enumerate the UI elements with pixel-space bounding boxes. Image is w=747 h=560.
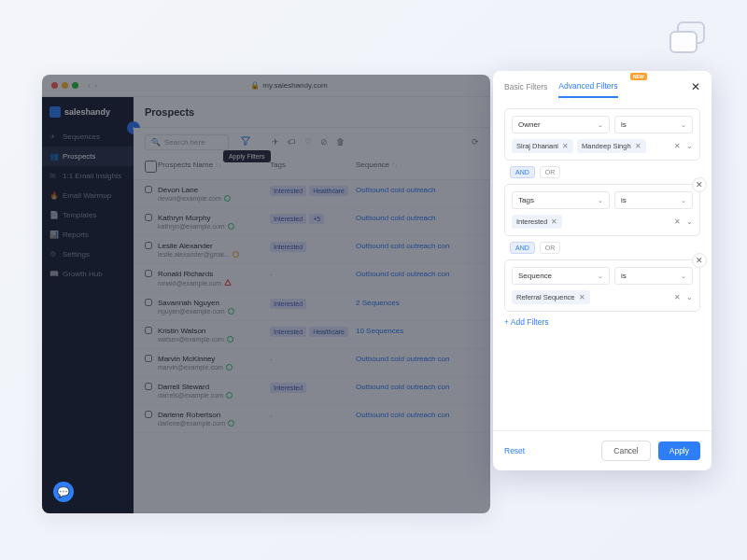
remove-group-icon[interactable]: ✕ [692,177,707,192]
select-all-checkbox[interactable] [145,161,157,173]
sequence-link[interactable]: Outbound cold outreach con [356,383,479,391]
row-checkbox[interactable] [145,242,152,249]
shield-icon[interactable]: ♡ [304,137,312,147]
field-select[interactable]: Sequence⌄ [512,267,610,285]
sequence-link[interactable]: 10 Sequences [356,327,479,335]
sequence-link[interactable]: Outbound cold outreach [356,186,479,194]
remove-group-icon[interactable]: ✕ [692,253,707,268]
connector-and[interactable]: AND [510,242,535,254]
table-row[interactable]: Kathryn Murphykathryn@example.com Intere… [134,208,490,236]
cancel-button[interactable]: Cancel [601,441,650,461]
sidebar-item-prospects[interactable]: 👥Prospects [42,147,134,166]
prospect-name: Darrell Steward [158,383,270,391]
block-icon[interactable]: ⊘ [320,137,328,147]
prospect-email: darrels@example.com [158,392,270,399]
table-row[interactable]: Ronald Richardsronald@example.com -Outbo… [134,264,490,293]
filter-chip[interactable]: Siraj Dhanani✕ [512,139,573,153]
sidebar-item-reports[interactable]: 📊Reports [42,225,134,245]
connector-or[interactable]: OR [540,242,561,254]
operator-select[interactable]: is⌄ [614,191,693,209]
sequence-link[interactable]: Outbound cold outreach con [356,355,479,363]
row-checkbox[interactable] [145,270,152,277]
sequence-link[interactable]: Outbound cold outreach [356,214,479,222]
chip-remove-icon[interactable]: ✕ [635,142,641,150]
operator-select[interactable]: is⌄ [614,116,693,133]
sequence-link[interactable]: Outbound cold outreach con [356,270,479,278]
close-panel-icon[interactable]: ✕ [691,80,700,99]
table-row[interactable]: Darrell Stewarddarrels@example.com Inter… [134,377,490,405]
tag-chip[interactable]: Interested [270,242,306,252]
sidebar-item--email-insights[interactable]: ✉1:1 Email Insights [42,166,134,186]
table-row[interactable]: Leslie Alexanderleslie.alexander@gmai...… [134,236,490,264]
sidebar-item-settings[interactable]: ⚙Settings [42,245,134,264]
row-checkbox[interactable] [145,383,152,390]
add-filters-link[interactable]: + Add Filters [504,317,700,327]
row-checkbox[interactable] [145,214,152,221]
prospect-name: Darlene Robertson [158,411,270,419]
send-icon[interactable]: ✈ [272,137,279,147]
status-dot-icon [228,308,234,315]
apply-button[interactable]: Apply [658,441,700,460]
field-select[interactable]: Owner⌄ [512,116,610,133]
sidebar-item-templates[interactable]: 📄Templates [42,205,134,225]
chevron-down-icon[interactable]: ⌄ [686,293,693,301]
browser-window: ‹› 🔒my.saleshandy.com ‹ saleshandy ✈Sequ… [42,75,490,513]
tab-advanced-filters[interactable]: Advanced Filters [558,81,617,98]
sequence-link[interactable]: 2 Sequences [356,299,479,307]
prospect-email: marvin@example.com [158,364,270,371]
chip-remove-icon[interactable]: ✕ [562,142,569,150]
chevron-down-icon[interactable]: ⌄ [686,217,693,226]
connector-and[interactable]: AND [510,166,535,178]
sequence-link[interactable]: Outbound cold outreach con [356,242,479,250]
row-checkbox[interactable] [145,411,152,418]
chip-clear-icon[interactable]: ✕ [674,217,681,226]
tag-icon[interactable]: 🏷 [288,137,296,147]
chip-remove-icon[interactable]: ✕ [551,217,557,226]
chevron-down-icon[interactable]: ⌄ [686,142,693,150]
table-row[interactable]: Kristin Watsonwatsen@example.com Interes… [134,321,490,349]
table-row[interactable]: Savannah Nguyennguyen@example.com Intere… [134,293,490,321]
tag-chip[interactable]: Interested [270,214,306,224]
col-name[interactable]: Prospects Name↑↓ [158,161,270,175]
row-checkbox[interactable] [145,327,152,334]
tag-chip[interactable]: Interested [270,299,306,309]
col-sequence[interactable]: Sequence↑↓ [356,161,479,175]
chip-clear-icon[interactable]: ✕ [674,142,681,150]
reset-link[interactable]: Reset [504,446,525,455]
row-checkbox[interactable] [145,299,152,306]
tag-chip[interactable]: Healthcare [309,327,348,337]
sidebar-item-growth-hub[interactable]: 📖Growth Hub [42,264,134,284]
nav-arrows[interactable]: ‹› [88,81,97,91]
operator-select[interactable]: is⌄ [614,267,693,285]
tab-basic-filters[interactable]: Basic Filters [504,82,547,97]
sidebar-item-sequences[interactable]: ✈Sequences [42,127,134,147]
row-checkbox[interactable] [145,186,152,193]
refresh-icon[interactable]: ⟳ [472,137,479,147]
prospect-email: leslie.alexander@gmai... [158,251,270,258]
chip-remove-icon[interactable]: ✕ [579,293,585,301]
chevron-down-icon: ⌄ [598,273,603,280]
table-row[interactable]: Darlene Robertsondarlene@example.com -Ou… [134,405,490,433]
filter-chip[interactable]: Referral Sequence✕ [512,290,590,304]
tag-chip[interactable]: +5 [309,214,324,224]
tag-chip[interactable]: Interested [270,186,306,196]
filter-chip[interactable]: Interested✕ [512,215,562,229]
tag-chip[interactable]: Interested [270,327,306,337]
filter-button[interactable]: Apply Filters [240,133,251,150]
field-select[interactable]: Tags⌄ [512,191,610,209]
sequence-link[interactable]: Outbound cold outreach con [356,411,479,419]
chip-clear-icon[interactable]: ✕ [674,293,681,301]
tag-chip[interactable]: Healthcare [309,186,348,196]
search-input[interactable]: 🔍 Search here [145,134,229,150]
filter-chip[interactable]: Mandeep Singh✕ [577,139,646,153]
row-checkbox[interactable] [145,355,152,362]
delete-icon[interactable]: 🗑 [336,137,345,147]
table-row[interactable]: Devon Lanedevon@example.com InterestedHe… [134,180,490,208]
prospect-email: watsen@example.com [158,336,270,343]
table-row[interactable]: Marvin McKinneymarvin@example.com -Outbo… [134,349,490,377]
sidebar-item-email-warmup[interactable]: 🔥Email Warmup [42,186,134,205]
url-bar[interactable]: 🔒my.saleshandy.com [97,81,481,90]
chat-bubble-icon[interactable]: 💬 [53,482,74,502]
tag-chip[interactable]: Interested [270,383,306,393]
connector-or[interactable]: OR [540,166,561,178]
